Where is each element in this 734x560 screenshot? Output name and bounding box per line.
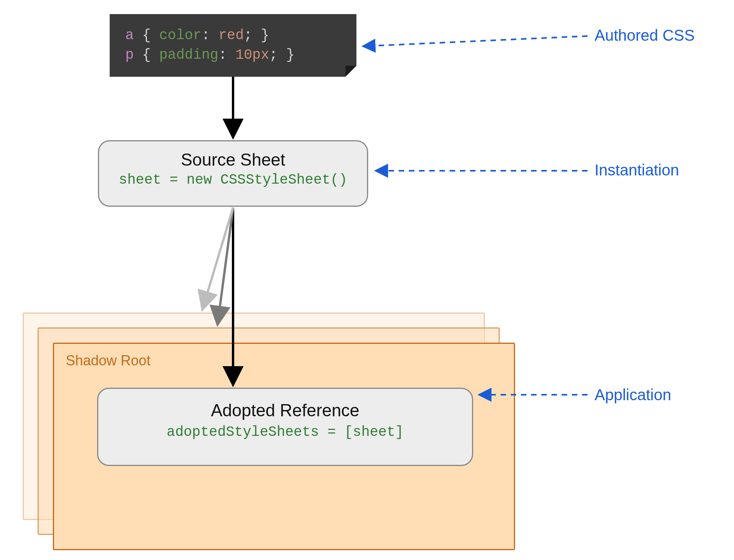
- arrow-source-to-back: [203, 208, 233, 308]
- dashed-arrow-authored-css: [364, 36, 588, 46]
- annotation-application: Application: [595, 386, 671, 404]
- adopted-reference-code: adoptedStyleSheets = [sheet]: [98, 424, 472, 440]
- page-fold-icon: [345, 66, 356, 77]
- source-sheet-box: Source Sheet sheet = new CSSStyleSheet(): [98, 140, 368, 207]
- adopted-reference-box: Adopted Reference adoptedStyleSheets = […: [97, 388, 473, 466]
- annotation-authored-css: Authored CSS: [595, 27, 695, 44]
- diagram-canvas: a { color: red; } p { padding: 10px; } S…: [0, 0, 734, 560]
- source-sheet-code: sheet = new CSSStyleSheet(): [99, 172, 367, 188]
- shadow-root-label: Shadow Root: [66, 352, 150, 369]
- source-sheet-title: Source Sheet: [99, 150, 367, 170]
- arrow-source-to-mid: [218, 208, 233, 323]
- adopted-reference-title: Adopted Reference: [98, 401, 472, 420]
- annotation-instantiation: Instantiation: [595, 161, 679, 179]
- code-line-2: p { padding: 10px; }: [125, 45, 341, 65]
- authored-css-codeblock: a { color: red; } p { padding: 10px; }: [110, 14, 356, 77]
- code-line-1: a { color: red; }: [125, 26, 341, 45]
